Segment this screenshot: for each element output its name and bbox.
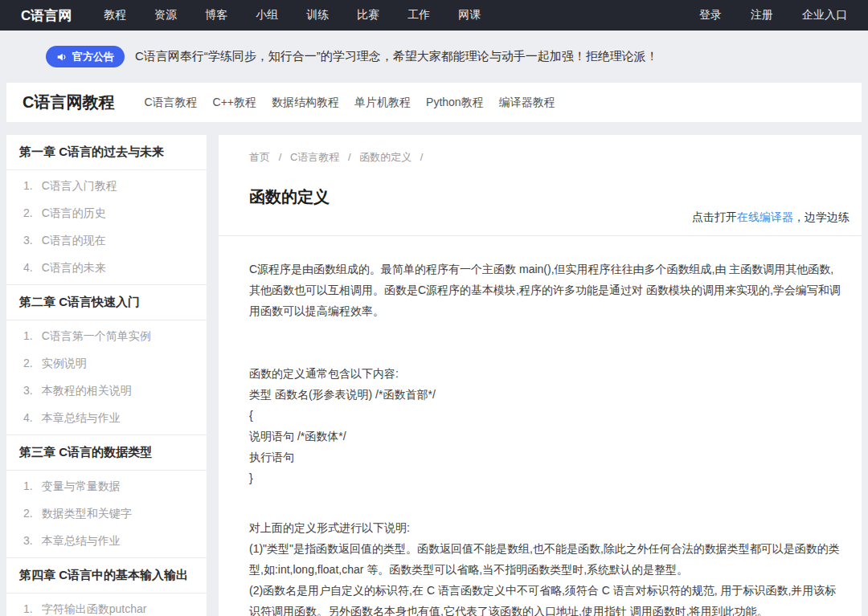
nav-item-resources[interactable]: 资源 xyxy=(154,8,177,22)
function-definition-block: 函数的定义通常包含以下内容: 类型 函数名(形参表说明) /*函数首部*/ { … xyxy=(249,363,842,488)
tab-data-structure-tutorial[interactable]: 数据结构教程 xyxy=(272,96,339,110)
nav-item-blog[interactable]: 博客 xyxy=(205,8,227,22)
definition-line: 类型 函数名(形参表说明) /*函数首部*/ xyxy=(249,384,842,405)
nav-item-groups[interactable]: 小组 xyxy=(256,8,278,22)
enterprise-entry-link[interactable]: 企业入口 xyxy=(802,8,847,22)
online-compiler-link[interactable]: 在线编译器 xyxy=(737,210,793,223)
sidebar-item-tutorial-notes[interactable]: 本教程的相关说明 xyxy=(6,377,207,405)
nav-item-training[interactable]: 训练 xyxy=(306,8,329,22)
chapter-2-title: 第二章 C语言快速入门 xyxy=(6,285,207,320)
sidebar-item-c-future[interactable]: C语言的未来 xyxy=(6,255,207,282)
announcement-bar: 官方公告 C语言网奉行“学练同步，知行合一”的学习理念，希望大家都能理论与动手一… xyxy=(0,31,868,83)
explanation-block: 对上面的定义形式进行以下说明: (1)"类型"是指函数返回值的类型。函数返回值不… xyxy=(249,517,842,616)
sidebar-item-c-history[interactable]: C语言的历史 xyxy=(6,200,207,227)
compiler-line-prefix: 点击打开 xyxy=(692,210,737,223)
definition-line: 函数的定义通常包含以下内容: xyxy=(249,363,842,384)
announcement-badge-label: 官方公告 xyxy=(72,50,114,64)
sidebar-item-ch2-summary[interactable]: 本章总结与作业 xyxy=(6,405,207,432)
sidebar-item-ch3-summary[interactable]: 本章总结与作业 xyxy=(6,528,207,555)
official-announcement-badge: 官方公告 xyxy=(46,46,125,67)
tab-c-tutorial[interactable]: C语言教程 xyxy=(144,96,197,110)
sidebar-item-putchar[interactable]: 字符输出函数putchar xyxy=(6,596,207,616)
definition-line: { xyxy=(249,405,842,426)
tab-cpp-tutorial[interactable]: C++教程 xyxy=(213,96,256,110)
online-compiler-line: 点击打开在线编译器，边学边练 xyxy=(219,210,862,225)
nav-item-contests[interactable]: 比赛 xyxy=(357,8,379,22)
breadcrumb-c-tutorial[interactable]: C语言教程 xyxy=(290,151,339,163)
article-body: C源程序是由函数组成的。最简单的程序有一个主函数 main(),但实用程序往往由… xyxy=(219,236,862,616)
content-area: 第一章 C语言的过去与未来 C语言入门教程 C语言的历史 C语言的现在 C语言的… xyxy=(6,135,862,616)
definition-line: } xyxy=(249,467,842,488)
page-title: 函数的定义 xyxy=(249,186,862,208)
intro-paragraph: C源程序是由函数组成的。最简单的程序有一个主函数 main(),但实用程序往往由… xyxy=(249,259,842,321)
sidebar-item-variables-constants[interactable]: 变量与常量数据 xyxy=(6,473,207,500)
explanation-item-2: (2)函数名是用户自定义的标识符,在 C 语言函数定义中不可省略,须符合 C 语… xyxy=(249,580,842,616)
chapter-4-title: 第四章 C语言中的基本输入输出 xyxy=(6,558,207,594)
chapter-1-title: 第一章 C语言的过去与未来 xyxy=(6,135,207,170)
sidebar-item-c-intro[interactable]: C语言入门教程 xyxy=(6,173,207,200)
breadcrumb-current-page[interactable]: 函数的定义 xyxy=(359,151,411,163)
article-panel: 首页 / C语言教程 / 函数的定义 / 函数的定义 点击打开在线编译器，边学边… xyxy=(219,135,862,616)
explanation-item-1: (1)"类型"是指函数返回值的类型。函数返回值不能是数组,也不能是函数,除此之外… xyxy=(249,538,842,580)
top-navbar: C语言网 教程 资源 博客 小组 训练 比赛 工作 网课 登录 注册 企业入口 xyxy=(0,0,868,31)
tab-python-tutorial[interactable]: Python教程 xyxy=(426,96,484,110)
chapter-1-section: 第一章 C语言的过去与未来 C语言入门教程 C语言的历史 C语言的现在 C语言的… xyxy=(6,135,207,285)
nav-item-courses[interactable]: 网课 xyxy=(458,8,481,22)
chapter-sidebar: 第一章 C语言的过去与未来 C语言入门教程 C语言的历史 C语言的现在 C语言的… xyxy=(6,135,207,616)
announcement-text: C语言网奉行“学练同步，知行合一”的学习理念，希望大家都能理论与动手一起加强！拒… xyxy=(135,49,658,64)
breadcrumb-home[interactable]: 首页 xyxy=(249,151,270,163)
chapter-3-section: 第三章 C语言的数据类型 变量与常量数据 数据类型和关键字 本章总结与作业 xyxy=(6,435,207,558)
definition-line: 说明语句 /*函数体*/ xyxy=(249,426,842,447)
sidebar-item-first-example[interactable]: C语言第一个简单实例 xyxy=(6,323,207,350)
breadcrumb-separator: / xyxy=(279,151,282,163)
breadcrumb-separator: / xyxy=(348,151,351,163)
sidebar-item-c-present[interactable]: C语言的现在 xyxy=(6,227,207,255)
sidebar-item-types-keywords[interactable]: 数据类型和关键字 xyxy=(6,500,207,528)
tab-mcu-tutorial[interactable]: 单片机教程 xyxy=(354,96,411,110)
nav-item-jobs[interactable]: 工作 xyxy=(407,8,430,22)
compiler-line-suffix: ，边学边练 xyxy=(793,210,850,223)
speaker-icon xyxy=(56,51,72,63)
chapter-2-section: 第二章 C语言快速入门 C语言第一个简单实例 实例说明 本教程的相关说明 本章总… xyxy=(6,285,207,435)
explanation-heading: 对上面的定义形式进行以下说明: xyxy=(249,517,842,538)
site-logo[interactable]: C语言网 xyxy=(21,6,72,25)
definition-line: 执行语句 xyxy=(249,447,842,467)
sidebar-item-example-notes[interactable]: 实例说明 xyxy=(6,350,207,377)
tutorial-site-title: C语言网教程 xyxy=(23,92,114,113)
chapter-4-section: 第四章 C语言中的基本输入输出 字符输出函数putchar 字符输入函数getc… xyxy=(6,558,207,616)
nav-item-tutorials[interactable]: 教程 xyxy=(104,8,126,22)
chapter-3-title: 第三章 C语言的数据类型 xyxy=(6,435,207,471)
register-link[interactable]: 注册 xyxy=(751,8,773,22)
tab-compiler-tutorial[interactable]: 编译器教程 xyxy=(499,96,555,110)
breadcrumb-separator: / xyxy=(420,151,424,163)
breadcrumb: 首页 / C语言教程 / 函数的定义 / xyxy=(219,135,862,165)
login-link[interactable]: 登录 xyxy=(699,8,722,22)
tutorial-header-bar: C语言网教程 C语言教程 C++教程 数据结构教程 单片机教程 Python教程… xyxy=(6,83,862,122)
